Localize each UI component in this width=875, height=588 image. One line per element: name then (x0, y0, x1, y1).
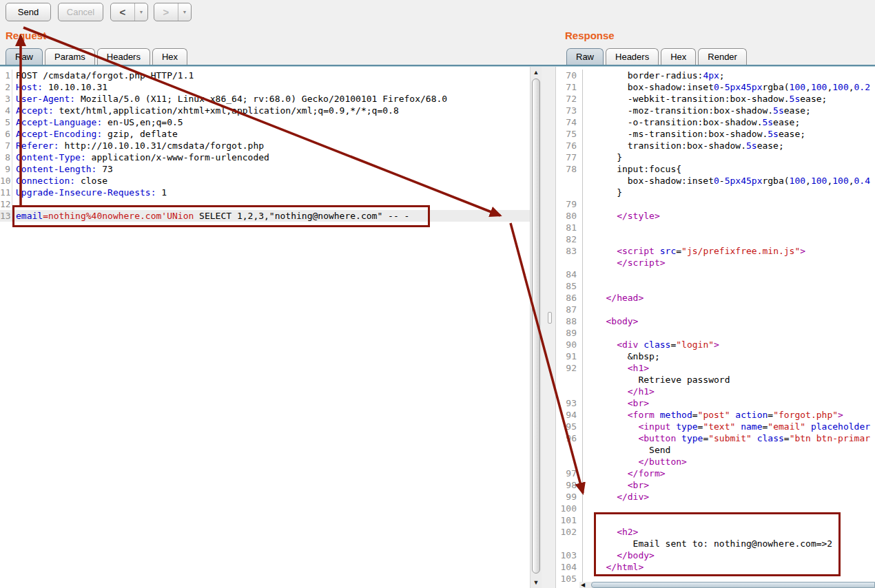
request-scrollbar-thumb[interactable] (532, 78, 540, 574)
line-number (556, 175, 582, 187)
line-number: 76 (556, 140, 582, 151)
code-line: 82 (556, 233, 875, 245)
tab-headers[interactable]: Headers (606, 48, 659, 65)
code-line: Retrieve password (556, 374, 875, 386)
scroll-down-icon[interactable]: ▼ (531, 577, 542, 588)
scroll-up-icon[interactable]: ▲ (531, 67, 542, 78)
code-line: 100 (556, 503, 875, 514)
code-line: 81 (556, 222, 875, 233)
line-number (556, 257, 582, 269)
code-line: 5Accept-Language: en-US,en;q=0.5 (0, 116, 530, 128)
line-number: 73 (556, 105, 582, 116)
code-line: Send (556, 444, 875, 456)
pane-divider-grip[interactable] (548, 312, 552, 324)
code-line: 97 </form> (556, 468, 875, 479)
response-tabs: RawHeadersHexRender (566, 48, 749, 65)
code-line: </button> (556, 456, 875, 468)
forward-dropdown-icon[interactable]: ▼ (178, 3, 191, 21)
line-content: </head> (582, 292, 644, 304)
line-content: </div> (582, 491, 649, 503)
line-number: 74 (556, 116, 582, 128)
line-number: 104 (556, 561, 582, 573)
line-number: 78 (556, 163, 582, 175)
line-number (556, 538, 582, 549)
code-line: 6Accept-Encoding: gzip, deflate (0, 128, 530, 140)
line-number: 87 (556, 304, 582, 315)
line-content: <button type="submit" class="btn btn-pri… (582, 432, 870, 444)
pane-divider (542, 67, 555, 588)
line-number: 92 (556, 362, 582, 374)
line-number: 1 (0, 70, 12, 81)
line-number (556, 386, 582, 397)
line-content: transition:box-shadow.5sease; (582, 140, 784, 151)
line-number: 94 (556, 409, 582, 421)
line-content: Referer: http://10.10.10.31/cmsdata/forg… (12, 140, 264, 151)
line-number: 2 (0, 81, 12, 93)
line-content: User-Agent: Mozilla/5.0 (X11; Linux x86_… (12, 93, 447, 105)
back-dropdown-icon[interactable]: ▼ (134, 3, 147, 21)
line-number: 99 (556, 491, 582, 503)
line-content: Content-Type: application/x-www-form-url… (12, 151, 269, 163)
line-number (556, 187, 582, 198)
line-content: </body> (582, 549, 655, 561)
line-content (582, 222, 590, 233)
code-line: 11Upgrade-Insecure-Requests: 1 (0, 187, 530, 198)
cancel-button[interactable]: Cancel (58, 3, 103, 21)
line-content (582, 233, 590, 245)
tab-hex[interactable]: Hex (661, 48, 696, 65)
line-content: -o-transition:box-shadow.5sease; (582, 116, 800, 128)
line-content: <br> (582, 397, 649, 409)
line-content (582, 304, 590, 315)
code-line: 104 </html> (556, 561, 875, 573)
line-content: </form> (582, 468, 666, 479)
code-line: 87 (556, 304, 875, 315)
code-line: 78 input:focus{ (556, 163, 875, 175)
back-split-button[interactable]: < ▼ (110, 3, 148, 21)
line-number: 98 (556, 479, 582, 491)
response-scrollbar-thumb[interactable] (591, 582, 875, 588)
request-vertical-scrollbar[interactable]: ▲ ▼ (530, 67, 542, 588)
line-number: 13 (0, 210, 12, 222)
line-content: Content-Length: 73 (12, 163, 113, 175)
line-content: </style> (582, 210, 660, 222)
line-number: 96 (556, 432, 582, 444)
line-number: 89 (556, 327, 582, 339)
scroll-left-icon[interactable]: ◀ (581, 582, 590, 588)
code-line: 2Host: 10.10.10.31 (0, 81, 530, 93)
line-number: 85 (556, 280, 582, 292)
request-editor[interactable]: 1POST /cmsdata/forgot.php HTTP/1.12Host:… (0, 67, 530, 588)
code-line: 85 (556, 280, 875, 292)
code-line: 12 (0, 198, 530, 210)
forward-split-button[interactable]: > ▼ (154, 3, 192, 21)
back-icon[interactable]: < (111, 3, 134, 21)
line-content (582, 280, 590, 292)
code-line: 73 -moz-transition:box-shadow.5sease; (556, 105, 875, 116)
tab-hex[interactable]: Hex (152, 48, 187, 65)
code-line: 98 <br> (556, 479, 875, 491)
tab-render[interactable]: Render (698, 48, 747, 65)
code-line: 101 (556, 514, 875, 526)
code-line: 80 </style> (556, 210, 875, 222)
response-horizontal-scrollbar[interactable]: ◀ (579, 582, 875, 588)
line-content: } (582, 151, 622, 163)
line-content: Connection: close (12, 175, 107, 187)
code-line: 86 </head> (556, 292, 875, 304)
line-content: <h2> (582, 526, 638, 538)
code-line: 9Content-Length: 73 (0, 163, 530, 175)
code-line: 7Referer: http://10.10.10.31/cmsdata/for… (0, 140, 530, 151)
code-line: 10Connection: close (0, 175, 530, 187)
code-line: 76 transition:box-shadow.5sease; (556, 140, 875, 151)
send-button[interactable]: Send (6, 3, 51, 21)
tab-raw[interactable]: Raw (6, 48, 43, 65)
line-content (582, 327, 590, 339)
line-number: 81 (556, 222, 582, 233)
code-line: 102 <h2> (556, 526, 875, 538)
line-number: 5 (0, 116, 12, 128)
tab-raw[interactable]: Raw (566, 48, 604, 65)
tab-headers[interactable]: Headers (97, 48, 150, 65)
code-line: 93 <br> (556, 397, 875, 409)
line-number: 100 (556, 503, 582, 514)
line-content: } (582, 187, 622, 198)
tab-params[interactable]: Params (45, 48, 95, 65)
forward-icon[interactable]: > (154, 3, 178, 21)
